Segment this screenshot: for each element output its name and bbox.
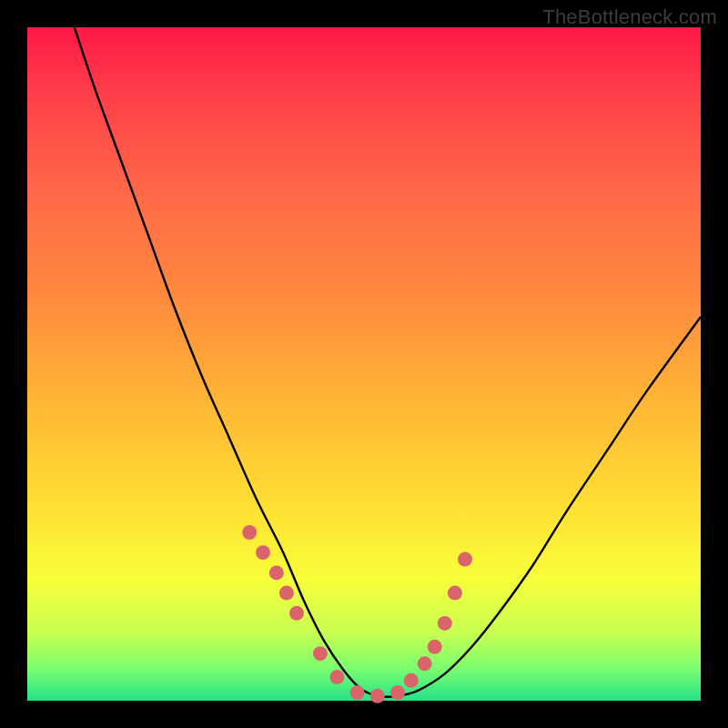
bottleneck-curve (75, 27, 701, 697)
data-point (242, 525, 257, 540)
data-point (458, 552, 472, 567)
data-point (256, 545, 270, 560)
chart-overlay (27, 27, 701, 701)
data-point (350, 685, 365, 700)
data-point (370, 689, 385, 703)
data-point (418, 656, 432, 671)
data-point (289, 606, 304, 621)
data-point (390, 685, 405, 700)
scatter-points (242, 525, 472, 703)
data-point (329, 670, 344, 684)
chart-frame: TheBottleneck.com (0, 0, 728, 728)
data-point (404, 673, 419, 688)
data-point (428, 640, 442, 654)
data-point (269, 565, 284, 580)
data-point (438, 616, 452, 631)
watermark-text: TheBottleneck.com (542, 5, 717, 29)
data-point (313, 646, 328, 661)
data-point (279, 586, 294, 601)
data-point (448, 586, 462, 601)
